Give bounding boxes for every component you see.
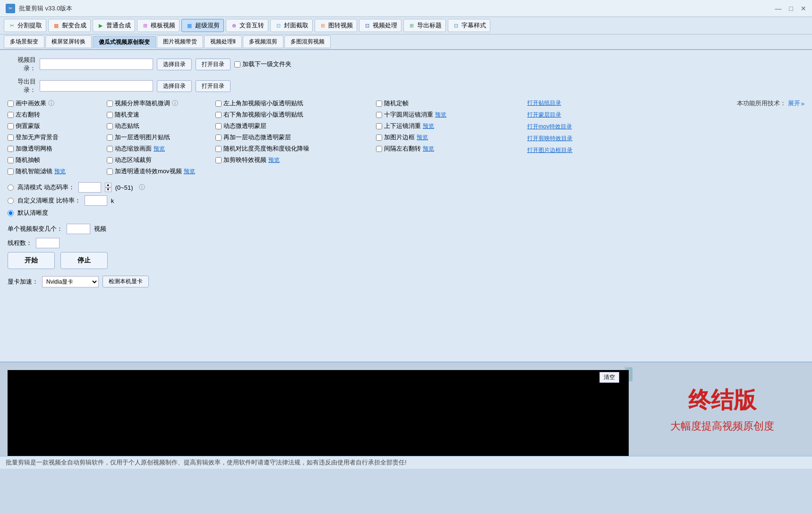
- video-dir-select-btn[interactable]: 选择目录: [157, 59, 192, 70]
- opt-clip-effect[interactable]: 加剪映特效视频: [215, 156, 266, 164]
- open-overlay-dir[interactable]: 打开蒙层目录: [527, 111, 573, 119]
- toolbar-cover[interactable]: ⊡ 封面截取: [270, 19, 313, 32]
- default-mode-radio[interactable]: [8, 210, 14, 216]
- minimize-button[interactable]: —: [775, 5, 782, 12]
- log-area: 清空: [8, 370, 629, 456]
- super-label: 超级混剪: [195, 21, 220, 30]
- tab-multi-mix[interactable]: 多视频混剪: [243, 35, 283, 48]
- export-dir-open-btn[interactable]: 打开目录: [196, 80, 231, 92]
- opt-transparent-img[interactable]: 加一层透明图片贴纸: [107, 133, 215, 142]
- imgvideo-icon: ⊞: [319, 22, 326, 29]
- maximize-button[interactable]: □: [789, 5, 793, 12]
- video-dir-open-btn[interactable]: 打开目录: [196, 59, 231, 70]
- opt-smart-mirror[interactable]: 随机智能滤镜: [8, 167, 52, 176]
- open-clip-dir[interactable]: 打开剪映特效目录: [527, 135, 573, 143]
- thread-row: 线程数：: [8, 238, 804, 248]
- hd-mode-radio[interactable]: [8, 185, 14, 191]
- toolbar-imgvideo[interactable]: ⊞ 图转视频: [315, 19, 357, 32]
- subfolder-checkbox[interactable]: [234, 61, 240, 67]
- toolbar-export[interactable]: ⊞ 导出标题: [403, 19, 446, 32]
- opt-topleft-sticker[interactable]: 左上角加视频缩小版透明贴纸: [215, 99, 376, 108]
- window-controls: — □ ✕: [775, 5, 806, 12]
- toolbar-split[interactable]: ✂ 分割提取: [4, 19, 46, 32]
- tab-horizontal[interactable]: 横屏竖屏转换: [45, 35, 92, 48]
- opt-random-frame[interactable]: 随机抽帧: [8, 156, 107, 164]
- subfolder-check-label[interactable]: 加载下一级文件夹: [234, 60, 291, 68]
- toolbar-splice[interactable]: ▦ 裂变合成: [48, 19, 91, 32]
- opt-rand-resolution[interactable]: 视频分辨率随机微调ⓘ: [107, 99, 215, 108]
- opt-dynamic-sticker[interactable]: 动态贴纸: [107, 122, 215, 130]
- preview-clip-effect[interactable]: 预览: [268, 156, 280, 164]
- opt-img-border[interactable]: 加图片边框: [376, 133, 415, 142]
- preview-updown-mirror[interactable]: 预览: [423, 122, 434, 130]
- clear-log-btn[interactable]: 清空: [599, 372, 619, 383]
- spin-down[interactable]: ▼: [105, 187, 111, 192]
- open-sticker-dir[interactable]: 打开贴纸目录: [527, 99, 573, 107]
- preview-img-border[interactable]: 预览: [417, 134, 428, 142]
- tab-img-video[interactable]: 图片视频带货: [157, 35, 203, 48]
- toolbar-super[interactable]: ▦ 超级混剪: [181, 19, 224, 32]
- opt-dynamic-overlay[interactable]: 动态微透明蒙层: [215, 122, 376, 130]
- opt-pic-in-pic[interactable]: 画中画效果ⓘ: [8, 99, 107, 108]
- spin-up[interactable]: ▲: [105, 183, 111, 187]
- preview-dynamic-zoom[interactable]: 预览: [154, 145, 165, 153]
- open-mov-dir[interactable]: 打开mov特效目录: [527, 123, 573, 131]
- opt-random-freeze[interactable]: 随机定帧: [376, 99, 518, 108]
- hd-info-icon[interactable]: ⓘ: [139, 183, 145, 192]
- opt-clip-effect-row: 加剪映特效视频 预览: [215, 156, 376, 164]
- start-button[interactable]: 开始: [8, 252, 55, 269]
- opt-updown-mirror[interactable]: 上下运镜消重: [376, 122, 421, 130]
- tab-multi-scene[interactable]: 多场景裂变: [4, 35, 44, 48]
- opt-transparent-mov[interactable]: 加透明通道特效mov视频: [107, 167, 182, 176]
- export-dir-select-btn[interactable]: 选择目录: [157, 80, 192, 92]
- detect-gpu-btn[interactable]: 检测本机显卡: [103, 276, 149, 287]
- action-buttons: 开始 停止: [8, 252, 804, 269]
- video-dir-input[interactable]: [40, 59, 153, 70]
- tab-foolish[interactable]: 傻瓜式视频原创裂变: [93, 36, 156, 48]
- custom-mode-radio[interactable]: [8, 198, 14, 204]
- toolbar-textaudio[interactable]: ⊕ 文音互转: [226, 19, 268, 32]
- opt-flip-ud[interactable]: 倒置蒙版: [8, 122, 107, 130]
- stop-button[interactable]: 停止: [60, 252, 108, 269]
- expand-btn[interactable]: 展开 »: [788, 99, 804, 108]
- close-button[interactable]: ✕: [801, 5, 806, 12]
- count-input[interactable]: [67, 224, 90, 234]
- export-dir-input[interactable]: [40, 80, 153, 92]
- opt-rand-contrast[interactable]: 随机对比度亮度饱和度锐化降噪: [215, 144, 376, 153]
- custom-bitrate-input[interactable]: [85, 195, 107, 206]
- options-section: 本功能所用技术： 展开 » 画中画效果ⓘ 左右翻转 倒置蒙版 登加无声背景音 加…: [8, 99, 804, 176]
- info-icon-picpic[interactable]: ⓘ: [48, 99, 54, 108]
- toolbar-vidproc[interactable]: ⊡ 视频处理: [359, 19, 402, 32]
- thread-input[interactable]: [36, 238, 60, 248]
- opt-dynamic-area[interactable]: 动态区域裁剪: [107, 156, 215, 164]
- opt-img-border-row: 加图片边框 预览: [376, 133, 518, 142]
- opt-bottomright-sticker[interactable]: 右下角加视频缩小版透明贴纸: [215, 110, 376, 119]
- opt-mute-bg[interactable]: 登加无声背景音: [8, 133, 107, 142]
- gpu-select[interactable]: Nvidia显卡 AMD显卡 Intel显卡 不使用: [42, 276, 99, 287]
- normal-icon: ▶: [97, 22, 104, 29]
- tab-multi-img[interactable]: 多图混剪视频: [284, 35, 331, 48]
- hd-bitrate-input[interactable]: [78, 182, 101, 193]
- opt-flip-lr[interactable]: 左右翻转: [8, 110, 107, 119]
- opt-double-overlay[interactable]: 再加一层动态微透明蒙层: [215, 133, 376, 142]
- preview-smart-mirror[interactable]: 预览: [54, 168, 66, 176]
- opt-rand-speed[interactable]: 随机变速: [107, 110, 215, 119]
- preview-cross-circle[interactable]: 预览: [435, 111, 446, 119]
- open-border-dir[interactable]: 打开图片边框目录: [527, 146, 573, 154]
- toolbar-template[interactable]: ⊞ 模板视频: [137, 19, 179, 32]
- opt-transparent-grid[interactable]: 加微透明网格: [8, 144, 107, 153]
- toolbar-row2: 多场景裂变 横屏竖屏转换 傻瓜式视频原创裂变 图片视频带货 视频处理Ⅱ 多视频混…: [0, 34, 812, 50]
- normal-label: 普通合成: [106, 21, 131, 30]
- toolbar-subtitle[interactable]: ⊡ 字幕样式: [448, 19, 490, 32]
- vidproc-icon: ⊡: [363, 22, 371, 29]
- opt-interval-flip[interactable]: 间隔左右翻转: [376, 144, 421, 153]
- tab-vid-proc2[interactable]: 视频处理Ⅱ: [204, 35, 242, 48]
- info-icon-resolution[interactable]: ⓘ: [172, 99, 178, 108]
- textaudio-label: 文音互转: [239, 21, 264, 30]
- toolbar-normal[interactable]: ▶ 普通合成: [93, 19, 135, 32]
- opt-dynamic-zoom[interactable]: 动态缩放画面: [107, 144, 152, 153]
- preview-interval-flip[interactable]: 预览: [423, 145, 434, 153]
- opt-cross-circle[interactable]: 十字圆周运镜消重: [376, 110, 433, 119]
- preview-transparent-mov[interactable]: 预览: [184, 168, 195, 176]
- export-icon: ⊞: [408, 22, 415, 29]
